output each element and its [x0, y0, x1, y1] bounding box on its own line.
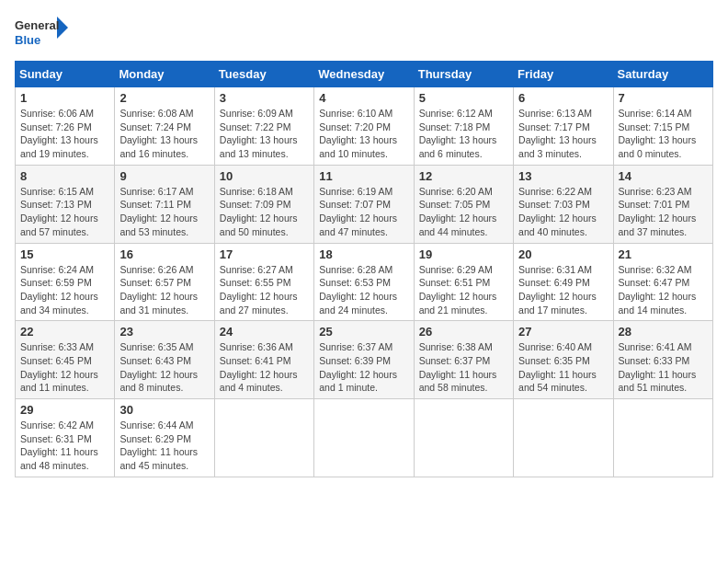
day-number: 19: [419, 247, 508, 261]
day-info: Sunrise: 6:31 AMSunset: 6:49 PMDaylight:…: [518, 263, 608, 317]
week-row-1: 1Sunrise: 6:06 AMSunset: 7:26 PMDaylight…: [16, 87, 713, 166]
svg-text:General: General: [15, 18, 59, 32]
day-info: Sunrise: 6:40 AMSunset: 6:35 PMDaylight:…: [518, 340, 608, 395]
day-cell-29: 29Sunrise: 6:42 AMSunset: 6:31 PMDayligh…: [16, 399, 115, 477]
day-info: Sunrise: 6:13 AMSunset: 7:17 PMDaylight:…: [518, 107, 608, 161]
day-cell-15: 15Sunrise: 6:24 AMSunset: 6:59 PMDayligh…: [16, 243, 115, 321]
day-info: Sunrise: 6:14 AMSunset: 7:15 PMDaylight:…: [619, 107, 708, 161]
day-cell-16: 16Sunrise: 6:26 AMSunset: 6:57 PMDayligh…: [115, 243, 214, 321]
day-info: Sunrise: 6:10 AMSunset: 7:20 PMDaylight:…: [319, 107, 408, 161]
day-number: 3: [220, 91, 309, 105]
calendar-table: SundayMondayTuesdayWednesdayThursdayFrid…: [15, 61, 713, 477]
day-cell-6: 6Sunrise: 6:13 AMSunset: 7:17 PMDaylight…: [514, 87, 613, 166]
header: GeneralBlue: [15, 15, 713, 53]
empty-cell: [613, 399, 712, 477]
svg-text:Blue: Blue: [15, 33, 40, 47]
logo: GeneralBlue: [15, 15, 70, 53]
week-row-5: 29Sunrise: 6:42 AMSunset: 6:31 PMDayligh…: [16, 399, 713, 477]
day-number: 14: [619, 169, 708, 183]
day-info: Sunrise: 6:15 AMSunset: 7:13 PMDaylight:…: [20, 185, 109, 239]
day-number: 2: [119, 91, 209, 105]
day-info: Sunrise: 6:24 AMSunset: 6:59 PMDaylight:…: [20, 263, 109, 317]
day-info: Sunrise: 6:29 AMSunset: 6:51 PMDaylight:…: [419, 263, 508, 317]
day-number: 17: [220, 247, 309, 261]
day-cell-13: 13Sunrise: 6:22 AMSunset: 7:03 PMDayligh…: [514, 165, 613, 243]
day-number: 12: [419, 169, 508, 183]
day-info: Sunrise: 6:27 AMSunset: 6:55 PMDaylight:…: [220, 263, 309, 317]
day-number: 16: [119, 247, 209, 261]
empty-cell: [314, 399, 414, 477]
column-header-monday: Monday: [115, 62, 214, 87]
day-cell-5: 5Sunrise: 6:12 AMSunset: 7:18 PMDaylight…: [414, 87, 513, 166]
day-info: Sunrise: 6:19 AMSunset: 7:07 PMDaylight:…: [319, 185, 408, 239]
column-header-saturday: Saturday: [613, 62, 712, 87]
day-info: Sunrise: 6:23 AMSunset: 7:01 PMDaylight:…: [619, 185, 708, 239]
day-cell-18: 18Sunrise: 6:28 AMSunset: 6:53 PMDayligh…: [314, 243, 414, 321]
day-number: 9: [119, 169, 209, 183]
day-info: Sunrise: 6:32 AMSunset: 6:47 PMDaylight:…: [619, 263, 708, 317]
day-cell-14: 14Sunrise: 6:23 AMSunset: 7:01 PMDayligh…: [613, 165, 712, 243]
day-number: 22: [20, 325, 109, 339]
day-cell-3: 3Sunrise: 6:09 AMSunset: 7:22 PMDaylight…: [214, 87, 313, 166]
day-info: Sunrise: 6:06 AMSunset: 7:26 PMDaylight:…: [20, 107, 109, 161]
day-cell-23: 23Sunrise: 6:35 AMSunset: 6:43 PMDayligh…: [115, 321, 214, 399]
day-number: 8: [20, 169, 109, 183]
day-number: 4: [319, 91, 408, 105]
day-info: Sunrise: 6:12 AMSunset: 7:18 PMDaylight:…: [419, 107, 508, 161]
day-info: Sunrise: 6:44 AMSunset: 6:29 PMDaylight:…: [119, 419, 209, 473]
day-cell-8: 8Sunrise: 6:15 AMSunset: 7:13 PMDaylight…: [16, 165, 115, 243]
day-info: Sunrise: 6:38 AMSunset: 6:37 PMDaylight:…: [419, 340, 508, 395]
header-row: SundayMondayTuesdayWednesdayThursdayFrid…: [16, 62, 713, 87]
day-cell-17: 17Sunrise: 6:27 AMSunset: 6:55 PMDayligh…: [214, 243, 313, 321]
day-cell-26: 26Sunrise: 6:38 AMSunset: 6:37 PMDayligh…: [414, 321, 513, 399]
day-number: 25: [319, 325, 408, 339]
day-cell-21: 21Sunrise: 6:32 AMSunset: 6:47 PMDayligh…: [613, 243, 712, 321]
week-row-3: 15Sunrise: 6:24 AMSunset: 6:59 PMDayligh…: [16, 243, 713, 321]
empty-cell: [514, 399, 613, 477]
column-header-wednesday: Wednesday: [314, 62, 414, 87]
day-info: Sunrise: 6:33 AMSunset: 6:45 PMDaylight:…: [20, 340, 109, 395]
day-cell-10: 10Sunrise: 6:18 AMSunset: 7:09 PMDayligh…: [214, 165, 313, 243]
day-cell-20: 20Sunrise: 6:31 AMSunset: 6:49 PMDayligh…: [514, 243, 613, 321]
day-number: 5: [419, 91, 508, 105]
day-number: 13: [518, 169, 608, 183]
day-number: 6: [518, 91, 608, 105]
day-cell-22: 22Sunrise: 6:33 AMSunset: 6:45 PMDayligh…: [16, 321, 115, 399]
day-number: 29: [20, 403, 109, 417]
day-number: 18: [319, 247, 408, 261]
week-row-4: 22Sunrise: 6:33 AMSunset: 6:45 PMDayligh…: [16, 321, 713, 399]
day-number: 7: [619, 91, 708, 105]
day-info: Sunrise: 6:26 AMSunset: 6:57 PMDaylight:…: [119, 263, 209, 317]
day-cell-28: 28Sunrise: 6:41 AMSunset: 6:33 PMDayligh…: [613, 321, 712, 399]
day-cell-24: 24Sunrise: 6:36 AMSunset: 6:41 PMDayligh…: [214, 321, 313, 399]
column-header-tuesday: Tuesday: [214, 62, 313, 87]
day-cell-9: 9Sunrise: 6:17 AMSunset: 7:11 PMDaylight…: [115, 165, 214, 243]
day-cell-1: 1Sunrise: 6:06 AMSunset: 7:26 PMDaylight…: [16, 87, 115, 166]
day-number: 28: [619, 325, 708, 339]
day-number: 10: [220, 169, 309, 183]
day-number: 24: [220, 325, 309, 339]
day-info: Sunrise: 6:18 AMSunset: 7:09 PMDaylight:…: [220, 185, 309, 239]
column-header-sunday: Sunday: [16, 62, 115, 87]
empty-cell: [214, 399, 313, 477]
day-cell-12: 12Sunrise: 6:20 AMSunset: 7:05 PMDayligh…: [414, 165, 513, 243]
day-number: 27: [518, 325, 608, 339]
day-info: Sunrise: 6:41 AMSunset: 6:33 PMDaylight:…: [619, 340, 708, 395]
day-cell-11: 11Sunrise: 6:19 AMSunset: 7:07 PMDayligh…: [314, 165, 414, 243]
day-number: 23: [119, 325, 209, 339]
day-cell-7: 7Sunrise: 6:14 AMSunset: 7:15 PMDaylight…: [613, 87, 712, 166]
day-number: 11: [319, 169, 408, 183]
day-cell-30: 30Sunrise: 6:44 AMSunset: 6:29 PMDayligh…: [115, 399, 214, 477]
day-number: 30: [119, 403, 209, 417]
day-info: Sunrise: 6:08 AMSunset: 7:24 PMDaylight:…: [119, 107, 209, 161]
day-info: Sunrise: 6:42 AMSunset: 6:31 PMDaylight:…: [20, 419, 109, 473]
day-number: 1: [20, 91, 109, 105]
day-info: Sunrise: 6:22 AMSunset: 7:03 PMDaylight:…: [518, 185, 608, 239]
logo-svg: GeneralBlue: [15, 15, 70, 53]
day-info: Sunrise: 6:09 AMSunset: 7:22 PMDaylight:…: [220, 107, 309, 161]
day-number: 15: [20, 247, 109, 261]
day-cell-19: 19Sunrise: 6:29 AMSunset: 6:51 PMDayligh…: [414, 243, 513, 321]
day-info: Sunrise: 6:37 AMSunset: 6:39 PMDaylight:…: [319, 340, 408, 395]
day-info: Sunrise: 6:36 AMSunset: 6:41 PMDaylight:…: [220, 340, 309, 395]
day-info: Sunrise: 6:28 AMSunset: 6:53 PMDaylight:…: [319, 263, 408, 317]
